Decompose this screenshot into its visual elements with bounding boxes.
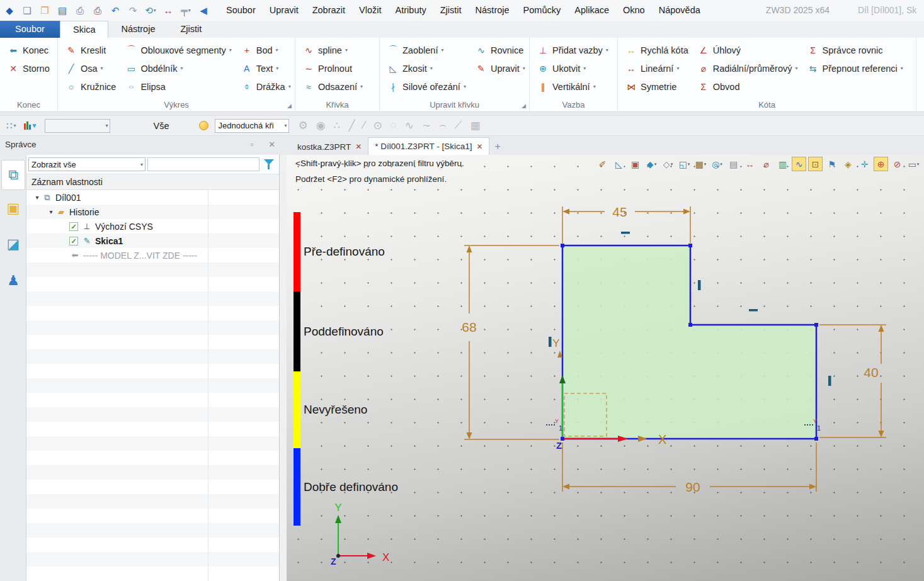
stub-button[interactable]: ❑	[920, 77, 924, 96]
expander-icon[interactable]: ▾	[47, 208, 55, 215]
dropdown-caret-icon[interactable]: ▾	[345, 47, 348, 53]
grid-snap-settings-icon[interactable]: ∷▾	[6, 120, 16, 132]
open-file-icon[interactable]: ❐	[38, 4, 52, 18]
zkosit-button[interactable]: ◺Zkosit▾	[384, 59, 472, 77]
upravit-button[interactable]: ✎Upravit▾	[472, 59, 531, 77]
menu-pomůcky[interactable]: Pomůcky	[516, 0, 568, 21]
dropdown-caret-icon[interactable]: ▾	[188, 8, 191, 13]
visibility-checkbox[interactable]: ✓	[69, 222, 78, 231]
rychlá-kóta-button[interactable]: ↔Rychlá kóta	[622, 41, 694, 59]
menu-upravit[interactable]: Upravit	[263, 0, 305, 21]
expander-icon[interactable]: ▾	[33, 194, 42, 201]
dropdown-caret-icon[interactable]: ▾	[606, 47, 608, 53]
tree-item-vychozi-csys[interactable]: ✓⟂Výchozí CSYS	[26, 219, 279, 234]
dropdown-caret-icon[interactable]: ▾	[593, 84, 596, 89]
dimension-left[interactable]: 68	[462, 245, 559, 439]
close-tab-icon[interactable]: ✕	[476, 142, 482, 151]
konec-button[interactable]: ⬅Konec	[4, 41, 55, 59]
prolnout-button[interactable]: ∼Prolnout	[299, 59, 368, 77]
show-filter-combo[interactable]: Zobrazit vše ▾	[28, 157, 145, 171]
odsazení-button[interactable]: ≈Odsazení▾	[299, 77, 368, 96]
dropdown-caret-icon[interactable]: ▾	[901, 65, 903, 71]
dropdown-caret-icon[interactable]: ▾	[276, 47, 278, 53]
obvod-button[interactable]: ΣObvod	[694, 77, 804, 96]
storno-button[interactable]: ✕Storno	[4, 59, 55, 77]
all-filter-label[interactable]: Vše	[153, 121, 169, 131]
sketch-canvas[interactable]: <Shift-pravý-klik> pro zobrazení filtru …	[287, 155, 924, 581]
app-logo-icon[interactable]: ◆	[3, 4, 16, 18]
menu-zobrazit[interactable]: Zobrazit	[305, 0, 352, 21]
symetrie-button[interactable]: ⋈Symetrie	[622, 77, 694, 96]
visibility-checkbox[interactable]: ✓	[69, 237, 78, 245]
save-icon[interactable]: ▤	[55, 4, 69, 18]
new-file-icon[interactable]: ❏	[20, 4, 34, 18]
manager-tree-icon[interactable]: ⧉	[1, 160, 25, 190]
search-input[interactable]	[147, 157, 260, 171]
filter-combo[interactable]: ▾	[45, 119, 110, 133]
kružnice-button[interactable]: ○Kružnice	[62, 77, 122, 96]
vertikální-button[interactable]: ∥Vertikální▾	[533, 77, 614, 96]
ukotvit-button[interactable]: ⊕Ukotvit▾	[533, 59, 614, 77]
lineární-button[interactable]: ↔Lineární▾	[622, 59, 694, 77]
tab-nástroje[interactable]: Nástroje	[108, 21, 168, 38]
dropdown-caret-icon[interactable]: ▾	[154, 8, 156, 13]
elipsa-button[interactable]: ○Elipsa	[122, 77, 237, 96]
user-icon[interactable]: ♟	[3, 270, 24, 291]
dropdown-caret-icon[interactable]: ▾	[523, 65, 525, 71]
stub-button[interactable]: ✦	[920, 41, 924, 59]
spline-button[interactable]: ∿spline▾	[299, 41, 368, 59]
radiální-průměrový-button[interactable]: ⌀Radiální/průměrový▾	[694, 59, 804, 77]
drážka-button[interactable]: ⌽Drážka▾	[237, 77, 297, 96]
dropdown-caret-icon[interactable]: ▾	[229, 47, 232, 53]
zaoblení-button[interactable]: ⌒Zaoblení▾	[384, 41, 472, 59]
redo-icon[interactable]: ↷	[126, 4, 140, 18]
dropdown-caret-icon[interactable]: ▾	[360, 84, 363, 89]
collapse-ribbon-icon[interactable]: ◀	[197, 4, 210, 18]
přepnout-referenci-button[interactable]: ⇆Přepnout referenci▾	[804, 59, 909, 77]
undo-icon[interactable]: ↶	[108, 4, 122, 18]
dropdown-caret-icon[interactable]: ▾	[464, 84, 466, 89]
menu-okno[interactable]: Okno	[616, 0, 652, 21]
print-plus-icon[interactable]: ⎙	[91, 4, 105, 18]
new-tab-button[interactable]: +	[494, 141, 500, 155]
tree-item-dil001[interactable]: ▾⧉Díl001	[26, 190, 279, 205]
manager-window-buttons[interactable]: ▫ ✕	[251, 140, 282, 149]
menu-nástroje[interactable]: Nástroje	[469, 0, 516, 21]
filter-funnel-icon[interactable]	[263, 159, 275, 170]
dimension-top[interactable]: 45	[562, 205, 690, 243]
print-icon[interactable]: ⎙	[73, 4, 87, 18]
tab-soubor[interactable]: Soubor	[0, 21, 60, 38]
dropdown-caret-icon[interactable]: ▾	[441, 47, 443, 53]
menu-vložit[interactable]: Vložit	[352, 0, 388, 21]
dropdown-caret-icon[interactable]: ▾	[101, 65, 103, 71]
menu-nápověda[interactable]: Nápověda	[652, 0, 707, 21]
doc-tab[interactable]: * Díl001.Z3PRT - [Skica1]✕	[368, 137, 489, 155]
správce-rovnic-button[interactable]: ΣSprávce rovnic	[804, 41, 909, 59]
dropdown-caret-icon[interactable]: ▾	[288, 84, 291, 89]
dropdown-caret-icon[interactable]: ▾	[676, 65, 679, 71]
oblouкové-segmenty-button[interactable]: ⌒Oblouкové segmenty▾	[122, 41, 237, 59]
úhlový-button[interactable]: ∠Úhlový	[694, 41, 804, 59]
dialog-launcher-icon[interactable]: ◢	[287, 103, 292, 109]
tree-item-skica1[interactable]: ✓✎Skica1	[26, 234, 279, 248]
osa-button[interactable]: ╱Osa▾	[62, 59, 122, 77]
menu-zjistit[interactable]: Zjistit	[433, 0, 469, 21]
dropdown-caret-icon[interactable]: ▾	[180, 65, 183, 71]
doc-tab[interactable]: kostka.Z3PRT✕	[291, 138, 368, 155]
sketch-drawing[interactable]: 45 68 40 90 X	[287, 155, 924, 581]
rovnice-button[interactable]: ∿Rovnice	[472, 41, 531, 59]
menu-aplikace[interactable]: Aplikace	[568, 0, 616, 21]
stub-button[interactable]: △	[920, 59, 924, 77]
bod-button[interactable]: +Bod▾	[237, 41, 297, 59]
filter-toggle-icon[interactable]: ╤▾	[179, 4, 193, 18]
dimension-bottom[interactable]: 90	[562, 443, 816, 494]
dropdown-caret-icon[interactable]: ▾	[796, 65, 798, 71]
regen-icon[interactable]: ⟲▾	[144, 4, 157, 18]
tab-zjistit[interactable]: Zjistit	[168, 21, 214, 38]
close-tab-icon[interactable]: ✕	[355, 142, 362, 151]
dialog-launcher-icon[interactable]: ◢	[522, 103, 526, 109]
rollback-image-icon[interactable]: ◪	[3, 234, 24, 255]
part-window-icon[interactable]: ▣	[3, 198, 24, 219]
tab-skica[interactable]: Skica	[60, 21, 108, 38]
menu-soubor[interactable]: Soubor	[219, 0, 263, 21]
